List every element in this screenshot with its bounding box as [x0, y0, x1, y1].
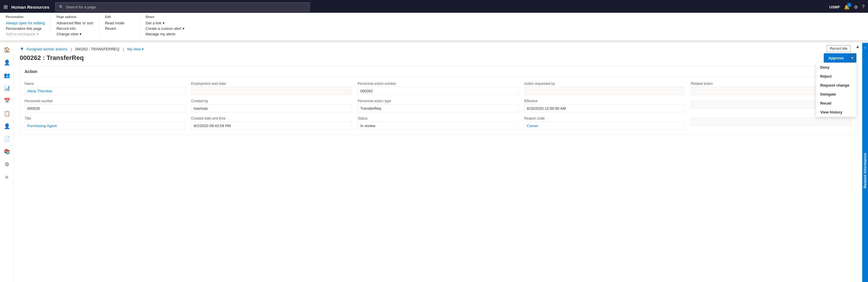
- form-field-6: Created byhasrivas: [191, 99, 352, 112]
- form-label-13: Reason code: [524, 116, 685, 120]
- ribbon-create-custom-alert[interactable]: Create a custom alert ▾: [146, 26, 185, 31]
- form-field-1: Employment start date: [191, 82, 352, 95]
- ribbon-page-options-title: Page options: [56, 15, 93, 19]
- app-title: Human Resources: [11, 5, 50, 9]
- form-field-11: Created date and time8/2/2020 09:43:59 P…: [191, 116, 352, 130]
- form-value-13[interactable]: Career: [524, 121, 685, 130]
- sidebar-icon-document[interactable]: 📄: [1, 133, 13, 145]
- sidebar-icon-chart[interactable]: 📊: [1, 82, 13, 94]
- form-field-12: StatusIn review: [358, 116, 519, 130]
- sidebar-icon-clipboard[interactable]: 📋: [1, 108, 13, 119]
- ribbon-get-a-link[interactable]: Get a link ▾: [146, 20, 185, 26]
- sidebar-icon-list[interactable]: ≡: [1, 171, 13, 183]
- approve-dropdown-reject[interactable]: Reject: [816, 72, 856, 81]
- approve-dropdown-deny[interactable]: Deny: [816, 63, 856, 72]
- ribbon-personalize-page[interactable]: Personalize this page: [6, 26, 44, 31]
- form-field-13: Reason codeCareer: [524, 116, 685, 130]
- action-section-title: Action: [25, 69, 37, 74]
- breadcrumb-sep-2: |: [123, 47, 124, 51]
- form-field-2: Personnel action number000262: [358, 82, 519, 95]
- sidebar-icon-person[interactable]: 👤: [1, 57, 13, 68]
- form-label-7: Personnel action type: [358, 99, 519, 103]
- ribbon-dropdown: Personalize Always open for editing Pers…: [0, 13, 868, 40]
- notification-icon[interactable]: 🔔 1: [844, 4, 850, 10]
- form-value-7: TransferReq: [358, 104, 519, 112]
- related-info-panel[interactable]: ‹ Related information: [862, 43, 868, 282]
- form-field-5: Personnel number000028: [25, 99, 185, 112]
- form-value-3: [524, 87, 685, 95]
- grid-icon[interactable]: ⊞: [3, 4, 8, 10]
- sidebar-icon-calendar[interactable]: 📅: [1, 95, 13, 107]
- form-label-6: Created by: [191, 99, 352, 103]
- sidebar-icon-settings[interactable]: ⚙: [1, 159, 13, 170]
- ribbon-share-group: Share Get a link ▾ Create a custom alert…: [146, 15, 190, 37]
- breadcrumb-record-id: 000262 : TRANSFERREQ: [75, 47, 119, 51]
- approve-dropdown-view-history[interactable]: View history: [816, 108, 856, 117]
- filter-icon[interactable]: ▼: [20, 46, 24, 52]
- sidebar: 🏠 👤 👥 📊 📅 📋 👤 📄 📚 ⚙ ≡: [0, 43, 14, 282]
- collapse-ribbon-btn[interactable]: ▲: [855, 44, 860, 49]
- sidebar-icon-home[interactable]: 🏠: [1, 44, 13, 56]
- ribbon-advanced-filter[interactable]: Advanced filter or sort: [56, 20, 93, 26]
- form-field-7: Personnel action typeTransferReq: [358, 99, 519, 112]
- approve-dropdown-delegate[interactable]: Delegate: [816, 90, 856, 99]
- ribbon-edit-title: Edit: [105, 15, 134, 19]
- ribbon-always-open[interactable]: Always open for editing: [6, 20, 44, 26]
- ribbon-add-to-workspace[interactable]: Add to workspace ▾: [6, 31, 44, 37]
- form-field-8: Effective8/10/2020 12:00:00 AM: [524, 99, 685, 112]
- view-chevron: ▾: [142, 47, 144, 51]
- ribbon-record-info[interactable]: Record info: [56, 26, 93, 31]
- form-field-14: [691, 116, 851, 130]
- ribbon-revert[interactable]: Revert: [105, 26, 134, 31]
- settings-icon[interactable]: ⚙: [854, 4, 858, 10]
- help-icon[interactable]: ?: [862, 4, 865, 9]
- approve-button[interactable]: Approve: [824, 53, 848, 62]
- approve-dropdown-recall[interactable]: Recall: [816, 99, 856, 108]
- approve-dropdown-toggle[interactable]: ▾: [848, 53, 857, 62]
- form-value-5: 000028: [25, 104, 185, 112]
- action-section-header: Action 8/10/2020 12:0: [20, 66, 856, 77]
- view-selector[interactable]: My view ▾: [127, 47, 144, 51]
- change-view-chevron: ▾: [80, 32, 82, 36]
- sidebar-icon-stack[interactable]: 📚: [1, 146, 13, 158]
- page-content: ▼ Assigned worker actions | 000262 : TRA…: [14, 43, 862, 282]
- ribbon-change-view[interactable]: Change view ▾: [56, 31, 93, 37]
- sidebar-icon-person-circle[interactable]: 👤: [1, 120, 13, 132]
- form-value-8: 8/10/2020 12:00:00 AM: [524, 104, 685, 112]
- form-label-11: Created date and time: [191, 116, 352, 120]
- ribbon-page-options-group: Page options Advanced filter or sort Rec…: [56, 15, 99, 37]
- form-value-0[interactable]: Alicia Thornber: [25, 87, 185, 95]
- search-bar[interactable]: 🔍 Search for a page: [55, 2, 310, 11]
- form-label-5: Personnel number: [25, 99, 185, 103]
- ribbon-read-mode[interactable]: Read mode: [105, 20, 134, 26]
- get-link-chevron: ▾: [163, 21, 165, 25]
- sidebar-icon-group[interactable]: 👥: [1, 69, 13, 81]
- ribbon-personalize-title: Personalize: [6, 15, 44, 19]
- breadcrumb-assigned-worker-actions[interactable]: Assigned worker actions: [27, 47, 67, 51]
- approve-dropdown-request-change[interactable]: Request change: [816, 81, 856, 90]
- form-value-10[interactable]: Purchasing Agent: [25, 121, 185, 130]
- form-field-0: NameAlicia Thornber: [25, 82, 185, 95]
- ribbon-personalize-group: Personalize Always open for editing Pers…: [6, 15, 51, 37]
- form-value-2: 000262: [358, 87, 519, 95]
- form-label-8: Effective: [524, 99, 685, 103]
- ribbon-edit-group: Edit Read mode Revert: [105, 15, 140, 37]
- related-info-label: Related information: [863, 153, 867, 188]
- action-section: Action 8/10/2020 12:0 NameAlicia Thornbe…: [20, 66, 857, 135]
- form-label-0: Name: [25, 82, 185, 86]
- page-header: ▼ Assigned worker actions | 000262 : TRA…: [14, 43, 862, 52]
- notification-badge: 1: [847, 3, 851, 7]
- form-label-2: Personnel action number: [358, 82, 519, 86]
- add-workspace-chevron: ▾: [37, 32, 39, 36]
- form-label-10: Title: [25, 116, 185, 120]
- action-form: NameAlicia ThornberEmployment start date…: [20, 77, 856, 134]
- form-value-1: [191, 87, 352, 95]
- search-icon: 🔍: [59, 5, 64, 9]
- ribbon-share-title: Share: [146, 15, 185, 19]
- search-placeholder: Search for a page: [66, 5, 96, 9]
- form-field-3: Action requested by: [524, 82, 685, 95]
- breadcrumb-sep-1: |: [71, 47, 72, 51]
- form-label-1: Employment start date: [191, 82, 352, 86]
- ribbon-manage-my-alerts[interactable]: Manage my alerts: [146, 31, 185, 37]
- form-value-11: 8/2/2020 09:43:59 PM: [191, 121, 352, 130]
